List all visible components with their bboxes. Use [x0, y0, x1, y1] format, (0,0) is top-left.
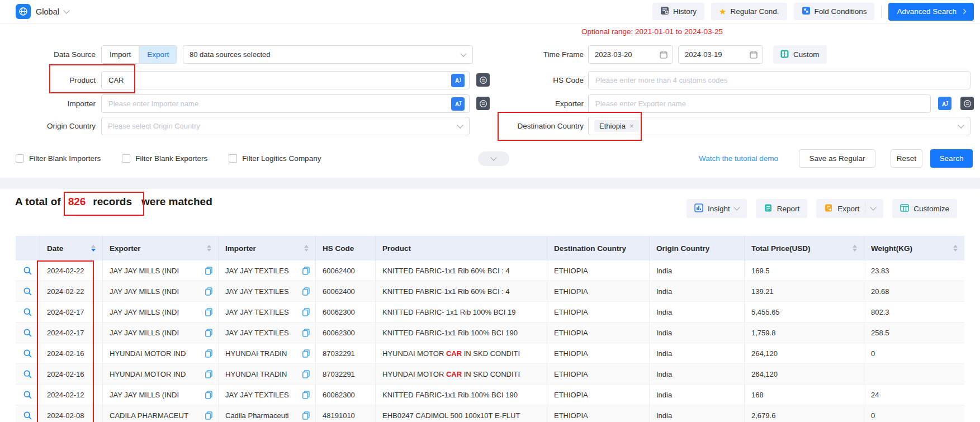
- table-row: 2024-02-08 CADILA PHARMACEUT Cadila Phar…: [16, 405, 964, 422]
- search-icon[interactable]: [23, 266, 32, 276]
- date-end-value: 2024-03-19: [685, 50, 722, 59]
- export-tab[interactable]: Export: [139, 46, 177, 63]
- product-input[interactable]: [107, 75, 451, 85]
- copy-icon[interactable]: [205, 287, 213, 296]
- copy-icon[interactable]: [205, 308, 213, 316]
- svg-text:A: A: [455, 101, 459, 107]
- fold-conditions-button[interactable]: Fold Conditions: [794, 3, 875, 20]
- weight-cell: 20.68: [864, 281, 964, 301]
- custom-range-button[interactable]: Custom: [773, 45, 827, 64]
- report-button[interactable]: Report: [756, 199, 808, 218]
- column-header[interactable]: Date: [40, 236, 103, 260]
- checkbox-icon[interactable]: [229, 154, 237, 163]
- column-header[interactable]: Weight(KG): [864, 236, 964, 260]
- insight-button[interactable]: Insight: [687, 199, 747, 218]
- filter-checkbox[interactable]: Filter Blank Exporters: [122, 154, 207, 163]
- copy-icon[interactable]: [302, 329, 310, 337]
- time-frame-label: Time Frame: [490, 45, 584, 64]
- importer-cell: Cadila Pharmaceuti: [219, 405, 316, 422]
- total-price-cell: 169.5: [745, 260, 864, 281]
- topbar: Global History ★ Regular Cond. Fold Cond…: [0, 0, 980, 23]
- copy-icon[interactable]: [205, 267, 213, 275]
- search-icon[interactable]: [23, 328, 32, 338]
- total-price-cell: 1,759.8: [745, 323, 864, 343]
- checkbox-icon[interactable]: [16, 154, 24, 163]
- column-header: Product: [376, 236, 547, 260]
- chevron-down-icon: [490, 154, 496, 160]
- importer-cell: JAY JAY TEXTILES: [219, 302, 316, 322]
- hs-code-cell: 87032291: [316, 343, 376, 363]
- column-header[interactable]: Exporter: [103, 236, 219, 260]
- translate-icon[interactable]: A: [451, 74, 465, 87]
- search-icon[interactable]: [23, 307, 32, 317]
- copy-icon[interactable]: [302, 287, 310, 296]
- export-button[interactable]: Export: [816, 199, 883, 218]
- search-icon[interactable]: [23, 411, 32, 420]
- search-icon[interactable]: [23, 287, 32, 296]
- save-as-regular-button[interactable]: Save as Regular: [799, 149, 875, 168]
- region-label[interactable]: Global: [36, 7, 59, 16]
- total-price-cell: 264,120: [745, 364, 864, 384]
- dedup-icon[interactable]: [960, 97, 974, 110]
- column-header[interactable]: Importer: [219, 236, 316, 260]
- customize-button[interactable]: Customize: [892, 199, 957, 218]
- tutorial-link[interactable]: Watch the tutorial demo: [699, 149, 778, 168]
- sort-control[interactable]: [207, 245, 211, 252]
- region-selector[interactable]: Global: [16, 0, 69, 23]
- checkbox-icon[interactable]: [122, 154, 130, 163]
- exporter-input[interactable]: [594, 99, 926, 108]
- filter-checkbox[interactable]: Filter Logitics Company: [229, 154, 321, 163]
- reset-button[interactable]: Reset: [891, 149, 922, 168]
- copy-icon[interactable]: [302, 267, 310, 275]
- copy-icon[interactable]: [302, 308, 310, 316]
- copy-icon[interactable]: [302, 411, 310, 420]
- table-row: 2024-02-17 JAY JAY MILLS (INDI JAY JAY T…: [16, 323, 964, 343]
- search-button[interactable]: Search: [930, 149, 973, 168]
- filter-checkbox[interactable]: Filter Blank Importers: [16, 154, 101, 163]
- history-button[interactable]: History: [652, 3, 704, 20]
- copy-icon[interactable]: [205, 329, 213, 337]
- copy-icon[interactable]: [205, 391, 213, 399]
- column-header: Destination Country: [547, 236, 650, 260]
- summary-suffix: were matched: [141, 196, 212, 208]
- sort-control[interactable]: [304, 245, 309, 252]
- copy-icon[interactable]: [302, 391, 310, 399]
- regular-cond-button[interactable]: ★ Regular Cond.: [711, 3, 787, 20]
- copy-icon[interactable]: [302, 370, 310, 378]
- remove-tag-icon[interactable]: ×: [629, 122, 634, 130]
- import-tab[interactable]: Import: [102, 46, 139, 63]
- date-start-input[interactable]: 2023-03-20: [588, 45, 673, 64]
- advanced-search-button[interactable]: Advanced Search: [888, 3, 974, 21]
- sort-control[interactable]: [853, 245, 857, 252]
- hs-code-cell: 60062300: [316, 302, 376, 322]
- translate-icon[interactable]: A: [938, 97, 951, 110]
- chevron-down-icon[interactable]: [870, 204, 877, 210]
- customize-icon: [900, 203, 909, 214]
- hs-code-input[interactable]: [594, 75, 965, 85]
- search-icon[interactable]: [23, 390, 32, 400]
- dedup-icon[interactable]: [476, 97, 490, 110]
- search-icon[interactable]: [23, 369, 32, 379]
- column-header: [16, 236, 40, 260]
- detail-cell: [16, 260, 40, 281]
- origin-country-select[interactable]: Please select Origin Country: [101, 117, 470, 135]
- translate-icon[interactable]: A: [451, 97, 465, 111]
- sort-control[interactable]: [91, 245, 96, 252]
- date-cell: 2024-02-17: [40, 323, 103, 343]
- copy-icon[interactable]: [205, 349, 213, 358]
- hs-code-cell: 60062400: [316, 281, 376, 301]
- sort-control[interactable]: [953, 245, 958, 252]
- date-end-input[interactable]: 2024-03-19: [678, 45, 763, 64]
- dedup-icon[interactable]: [476, 73, 490, 87]
- copy-icon[interactable]: [205, 411, 213, 420]
- destination-country-select[interactable]: Ethiopia ×: [588, 117, 970, 135]
- chevron-down-icon[interactable]: [63, 7, 69, 13]
- copy-icon[interactable]: [302, 349, 310, 358]
- search-icon[interactable]: [23, 349, 32, 358]
- product-cell: KNITTED FABRIC-1x1 Rib 60% BCI : 4: [376, 281, 547, 301]
- collapse-conditions-button[interactable]: [478, 151, 509, 166]
- data-source-select[interactable]: 80 data sources selected: [183, 45, 473, 64]
- importer-input[interactable]: [107, 99, 451, 108]
- copy-icon[interactable]: [205, 370, 213, 378]
- column-header[interactable]: Total Price(USD): [745, 236, 864, 260]
